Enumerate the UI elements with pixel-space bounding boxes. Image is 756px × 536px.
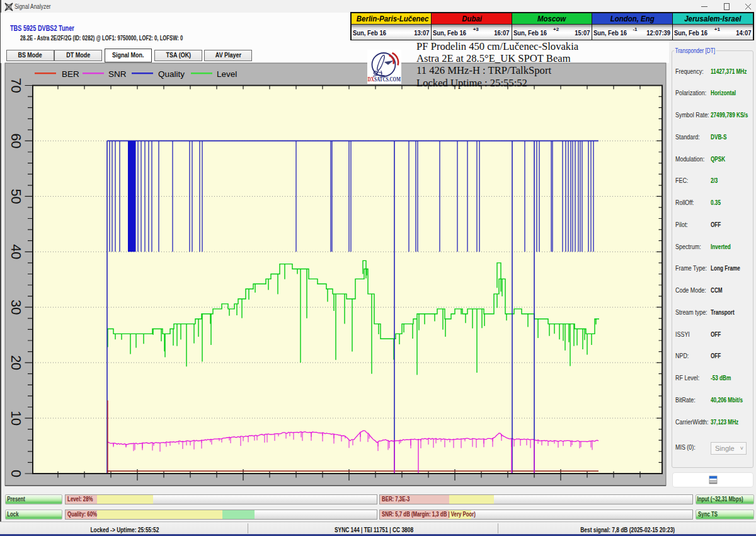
svg-text:60: 60 xyxy=(8,133,23,148)
svg-text:20: 20 xyxy=(8,355,23,370)
svg-text:50: 50 xyxy=(8,189,23,204)
svg-text:70: 70 xyxy=(8,78,23,93)
svg-text:40: 40 xyxy=(8,244,23,259)
svg-text:10: 10 xyxy=(8,411,23,426)
svg-text:0: 0 xyxy=(8,470,23,477)
svg-text:30: 30 xyxy=(8,300,23,315)
svg-text:DXSATCS.COM: DXSATCS.COM xyxy=(368,76,401,83)
